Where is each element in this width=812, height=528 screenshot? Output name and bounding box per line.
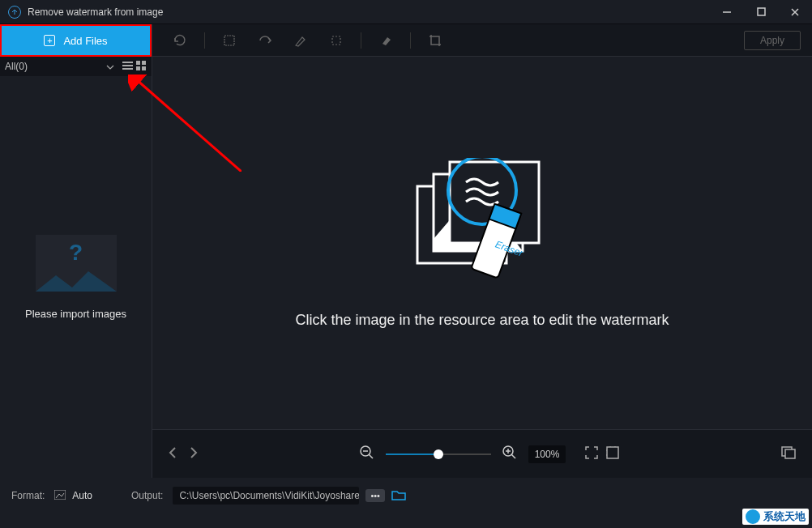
eraser-button[interactable] (370, 29, 402, 52)
toolbar-divider (361, 32, 361, 49)
svg-line-25 (511, 454, 515, 458)
toolbar-divider (204, 32, 205, 49)
format-label: Format: (11, 490, 45, 501)
svg-rect-1 (758, 8, 765, 15)
chevron-down-icon (106, 61, 114, 72)
refresh-button[interactable] (164, 29, 196, 52)
svg-rect-4 (122, 68, 133, 70)
redo-button[interactable] (249, 29, 281, 52)
import-message: Please import images (25, 308, 126, 320)
actual-size-icon[interactable] (606, 446, 619, 462)
svg-rect-3 (122, 65, 133, 66)
slider-thumb[interactable] (434, 449, 443, 459)
output-label: Output: (131, 490, 163, 501)
zoom-value: 100% (528, 445, 566, 463)
svg-rect-9 (224, 36, 234, 45)
minimize-button[interactable] (710, 0, 744, 24)
sidebar: + Add Files All(0) ? Please import image… (0, 24, 152, 478)
svg-rect-26 (607, 447, 618, 458)
svg-rect-28 (785, 449, 795, 458)
placeholder-image-icon: ? (36, 235, 117, 292)
svg-rect-6 (142, 61, 146, 65)
open-folder-button[interactable] (391, 489, 406, 503)
content-area: Apply Eraser Click the image in the (152, 24, 812, 478)
svg-rect-5 (136, 61, 140, 65)
plus-icon: + (44, 35, 55, 46)
list-view-icon[interactable] (122, 61, 133, 73)
apply-button[interactable]: Apply (744, 31, 801, 50)
lasso-button[interactable] (320, 29, 353, 52)
app-logo-icon (8, 6, 21, 19)
globe-icon (746, 509, 760, 524)
zoom-in-button[interactable] (502, 445, 517, 463)
filter-dropdown[interactable]: All(0) (0, 57, 152, 76)
next-button[interactable] (190, 446, 198, 462)
svg-rect-10 (332, 36, 340, 45)
footer: Format: Auto Output: C:\Users\pc\Documen… (0, 478, 812, 513)
zoom-slider[interactable] (386, 453, 491, 455)
crop-button[interactable] (213, 29, 246, 52)
watermark-badge: 系统天地 (742, 509, 809, 525)
titlebar: Remove watermark from image (0, 0, 812, 24)
canvas-message: Click the image in the resource area to … (295, 312, 669, 329)
brush-button[interactable] (284, 29, 317, 52)
fit-screen-icon[interactable] (585, 446, 598, 462)
filter-label: All(0) (5, 61, 28, 72)
output-path: C:\Users\pc\Documents\VidiKit\Joyoshare … (173, 487, 359, 505)
main-area: + Add Files All(0) ? Please import image… (0, 24, 812, 478)
prev-button[interactable] (169, 446, 177, 462)
add-files-label: Add Files (63, 35, 107, 47)
toolbar-divider (410, 32, 411, 49)
zoom-out-button[interactable] (360, 445, 374, 463)
canvas-area: Eraser Click the image in the resource a… (152, 57, 812, 429)
svg-line-21 (369, 454, 373, 458)
compare-icon[interactable] (781, 446, 796, 462)
toolbar: Apply (152, 24, 812, 57)
grid-view-icon[interactable] (136, 61, 147, 73)
sidebar-empty-state: ? Please import images (0, 76, 152, 478)
add-files-button[interactable]: + Add Files (0, 24, 152, 57)
eraser-graphic-icon: Eraser (401, 158, 563, 287)
svg-rect-7 (136, 66, 140, 70)
maximize-button[interactable] (744, 0, 778, 24)
window-title: Remove watermark from image (28, 6, 163, 18)
close-button[interactable] (778, 0, 812, 24)
window-controls (710, 0, 812, 24)
more-button[interactable]: ••• (365, 489, 385, 502)
format-value[interactable]: Auto (72, 490, 92, 501)
bottom-controls: 100% (152, 429, 812, 478)
svg-rect-2 (122, 62, 133, 63)
crop-tool-button[interactable] (419, 29, 451, 52)
svg-rect-8 (142, 66, 146, 70)
format-icon (54, 490, 66, 502)
